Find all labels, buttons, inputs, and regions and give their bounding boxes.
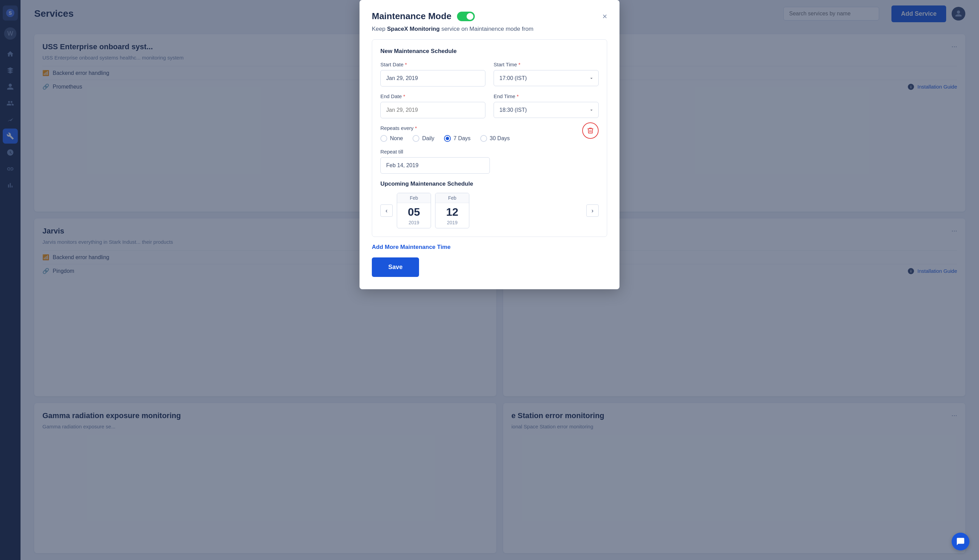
modal-title: Maintenance Mode	[372, 11, 475, 22]
end-date-label: End Date *	[380, 93, 485, 99]
schedule-box: New Maintenance Schedule Start Date * St…	[372, 39, 607, 237]
radio-circle-daily	[413, 135, 419, 142]
modal-close-button[interactable]: ×	[602, 12, 607, 20]
cal-date-month-1: Feb	[397, 193, 431, 203]
end-date-group: End Date *	[380, 93, 485, 118]
repeats-row: Repeats every * None Daily	[380, 125, 599, 142]
calendar-nav: ‹ Feb 05 2019 Feb 12 2019 ›	[380, 193, 599, 228]
calendar-next-button[interactable]: ›	[586, 205, 599, 217]
radio-7days[interactable]: 7 Days	[444, 135, 471, 142]
radio-circle-none	[380, 135, 387, 142]
cal-date-card-2: Feb 12 2019	[435, 193, 469, 228]
start-row: Start Date * Start Time * 17:00 (IST)	[380, 62, 599, 87]
end-time-select[interactable]: 18:30 (IST)	[494, 102, 599, 118]
radio-label-none: None	[390, 135, 403, 142]
radio-circle-30days	[480, 135, 487, 142]
end-row: End Date * End Time * 18:30 (IST)	[380, 93, 599, 118]
calendar-prev-button[interactable]: ‹	[380, 205, 393, 217]
repeat-till-group: Repeat till	[380, 149, 599, 174]
cal-date-month-2: Feb	[436, 193, 469, 203]
calendar-dates: Feb 05 2019 Feb 12 2019	[397, 193, 582, 228]
repeats-label: Repeats every *	[380, 125, 510, 131]
start-time-group: Start Time * 17:00 (IST)	[494, 62, 599, 87]
schedule-box-title: New Maintenance Schedule	[380, 48, 599, 55]
radio-daily[interactable]: Daily	[413, 135, 434, 142]
cal-date-year-1: 2019	[397, 220, 431, 228]
radio-label-7days: 7 Days	[454, 135, 471, 142]
service-name-highlight: SpaceX Monitoring	[387, 26, 439, 32]
modal-header: Maintenance Mode ×	[372, 11, 607, 22]
end-date-input[interactable]	[380, 102, 485, 118]
upcoming-section: Upcoming Maintenance Schedule ‹ Feb 05 2…	[380, 180, 599, 228]
chat-bubble-button[interactable]	[952, 533, 969, 550]
delete-schedule-button[interactable]	[582, 122, 599, 139]
repeat-till-input[interactable]	[380, 157, 490, 174]
cal-date-card-1: Feb 05 2019	[397, 193, 431, 228]
start-time-select[interactable]: 17:00 (IST)	[494, 70, 599, 86]
radio-label-daily: Daily	[422, 135, 434, 142]
cal-date-day-2: 12	[436, 203, 469, 220]
radio-group: None Daily 7 Days 30 Days	[380, 135, 510, 142]
modal-overlay: Maintenance Mode × Keep SpaceX Monitorin…	[0, 0, 979, 560]
upcoming-title: Upcoming Maintenance Schedule	[380, 180, 599, 187]
start-date-group: Start Date *	[380, 62, 485, 87]
radio-none[interactable]: None	[380, 135, 403, 142]
start-date-label: Start Date *	[380, 62, 485, 67]
end-time-label: End Time *	[494, 93, 599, 99]
modal-subtitle: Keep SpaceX Monitoring service on Mainta…	[372, 26, 607, 32]
start-time-label: Start Time *	[494, 62, 599, 67]
save-button[interactable]: Save	[372, 257, 419, 277]
end-time-group: End Time * 18:30 (IST)	[494, 93, 599, 118]
maintenance-mode-toggle[interactable]	[457, 12, 475, 21]
radio-circle-7days	[444, 135, 451, 142]
add-more-maintenance-link[interactable]: Add More Maintenance Time	[372, 244, 451, 251]
radio-label-30days: 30 Days	[490, 135, 510, 142]
radio-30days[interactable]: 30 Days	[480, 135, 510, 142]
cal-date-day-1: 05	[397, 203, 431, 220]
repeat-till-label: Repeat till	[380, 149, 599, 155]
maintenance-modal: Maintenance Mode × Keep SpaceX Monitorin…	[359, 0, 620, 289]
start-date-input[interactable]	[380, 70, 485, 87]
cal-date-year-2: 2019	[436, 220, 469, 228]
